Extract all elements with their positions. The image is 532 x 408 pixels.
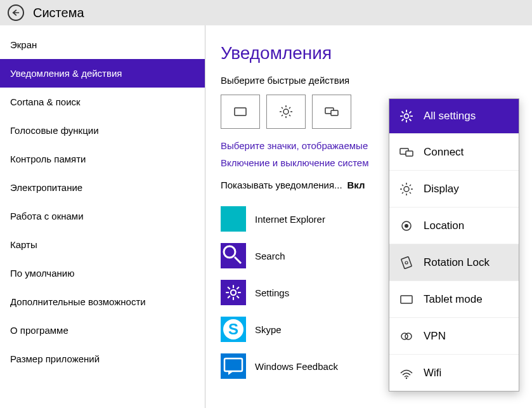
dropdown-item-location[interactable]: Location <box>389 207 519 244</box>
sidebar-item-label: Работа с окнами <box>10 211 84 221</box>
quick-tile-brightness[interactable] <box>266 95 306 129</box>
quick-tile-connect[interactable] <box>312 95 351 129</box>
dropdown-item-label: Wifi <box>424 367 441 379</box>
sidebar-item-label: Размер приложений <box>10 353 100 364</box>
vpn-icon <box>399 329 413 343</box>
search-icon <box>221 243 246 268</box>
dropdown-item-rotation-lock[interactable]: Rotation Lock <box>389 244 519 280</box>
dropdown-item-label: Rotation Lock <box>424 256 490 269</box>
quick-action-dropdown: All settings Connect Display Location Ro… <box>389 98 519 392</box>
arrow-left-icon <box>12 9 20 16</box>
skype-icon <box>221 317 246 342</box>
show-notifications-state: Вкл <box>347 180 365 190</box>
dropdown-item-label: Location <box>424 220 464 232</box>
sidebar-item-multitasking[interactable]: Работа с окнами <box>0 202 205 230</box>
dropdown-item-label: Connect <box>424 146 464 159</box>
sidebar-item-about[interactable]: О программе <box>0 316 205 345</box>
header-title: Система <box>33 6 84 20</box>
sidebar-item-app-sizes[interactable]: Размер приложений <box>0 345 205 373</box>
dropdown-item-label: Tablet mode <box>424 293 483 306</box>
sidebar-item-label: Голосовые функции <box>10 125 99 136</box>
sidebar-item-label: Дополнительные возможности <box>10 296 146 307</box>
sidebar-item-label: Экран <box>10 39 37 50</box>
brightness-icon <box>399 182 413 196</box>
sidebar-item-display[interactable]: Экран <box>0 30 205 59</box>
sidebar-item-label: Cortana & поиск <box>10 96 81 107</box>
sidebar-item-label: Контроль памяти <box>10 154 86 164</box>
connect-icon <box>399 145 413 159</box>
main-panel: Уведомления Выберите быстрые действия Вы… <box>205 25 532 408</box>
wifi-icon <box>399 366 413 380</box>
connect-icon <box>325 105 339 119</box>
gear-icon <box>221 280 246 305</box>
dropdown-item-vpn[interactable]: VPN <box>389 317 519 354</box>
dropdown-header-all-settings[interactable]: All settings <box>389 99 519 133</box>
sidebar-item-label: Электропитание <box>10 182 82 193</box>
header-bar: Система <box>0 0 532 25</box>
tablet-icon <box>399 293 413 306</box>
sidebar-item-cortana[interactable]: Cortana & поиск <box>0 88 205 116</box>
rotation-lock-icon <box>399 256 413 270</box>
sidebar-item-storage[interactable]: Контроль памяти <box>0 145 205 173</box>
sidebar: Экран Уведомления & действия Cortana & п… <box>0 25 205 408</box>
sidebar-item-label: По умолчанию <box>10 268 74 279</box>
dropdown-header-label: All settings <box>424 110 476 122</box>
quick-tile-tablet[interactable] <box>221 95 260 129</box>
sidebar-item-label: Уведомления & действия <box>10 68 122 79</box>
dropdown-item-display[interactable]: Display <box>389 170 519 207</box>
sidebar-item-default-apps[interactable]: По умолчанию <box>0 259 205 287</box>
sidebar-item-label: О программе <box>10 325 68 336</box>
dropdown-item-label: Display <box>424 183 459 195</box>
brightness-icon <box>279 105 293 119</box>
sidebar-item-notifications[interactable]: Уведомления & действия <box>0 59 205 88</box>
sidebar-item-label: Карты <box>10 239 37 250</box>
ie-icon <box>221 206 246 232</box>
dropdown-item-wifi[interactable]: Wifi <box>389 354 519 391</box>
feedback-icon <box>221 353 246 379</box>
dropdown-item-label: VPN <box>424 330 446 343</box>
location-icon <box>399 219 413 233</box>
quick-actions-label: Выберите быстрые действия <box>221 75 517 86</box>
back-button[interactable] <box>8 4 24 21</box>
sidebar-item-optional-features[interactable]: Дополнительные возможности <box>0 287 205 316</box>
dropdown-item-tablet-mode[interactable]: Tablet mode <box>389 280 519 317</box>
tablet-icon <box>233 105 247 119</box>
gear-icon <box>399 109 413 123</box>
sidebar-item-speech[interactable]: Голосовые функции <box>0 116 205 145</box>
show-notifications-label: Показывать уведомления... <box>221 180 344 190</box>
sidebar-item-maps[interactable]: Карты <box>0 230 205 259</box>
page-title: Уведомления <box>221 43 517 63</box>
dropdown-item-connect[interactable]: Connect <box>389 133 519 170</box>
sidebar-item-power[interactable]: Электропитание <box>0 173 205 202</box>
